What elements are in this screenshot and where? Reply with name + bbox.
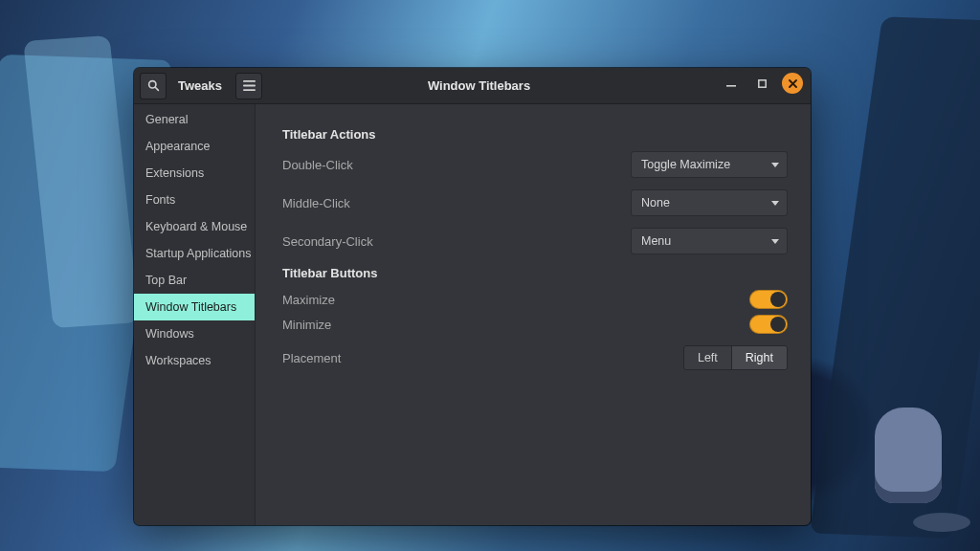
switch-knob: [770, 292, 786, 307]
search-button[interactable]: [140, 73, 167, 99]
window-body: General Appearance Extensions Fonts Keyb…: [134, 104, 811, 525]
svg-line-1: [155, 87, 158, 90]
switch-knob: [770, 317, 786, 332]
window-minimize-button[interactable]: [721, 73, 742, 94]
sidebar-item-label: Fonts: [145, 193, 175, 207]
svg-rect-3: [243, 85, 256, 87]
content-pane: Titlebar Actions Double-Click Toggle Max…: [256, 104, 811, 525]
app-title: Tweaks: [167, 78, 235, 93]
svg-rect-6: [758, 79, 765, 86]
titlebar-left: Tweaks: [134, 73, 262, 99]
row-minimize: Minimize: [282, 315, 788, 334]
dropdown-middle-click[interactable]: None: [631, 189, 788, 216]
svg-rect-5: [726, 85, 736, 87]
window-close-button[interactable]: [782, 73, 803, 94]
placement-option-right[interactable]: Right: [731, 346, 787, 369]
maximize-restore-icon: [758, 79, 767, 88]
svg-rect-2: [243, 80, 256, 82]
placement-option-left[interactable]: Left: [684, 346, 731, 369]
sidebar-item-label: Windows: [145, 327, 194, 341]
sidebar-item-windows[interactable]: Windows: [134, 320, 255, 347]
dropdown-secondary-click[interactable]: Menu: [631, 228, 788, 254]
sidebar-item-label: Workspaces: [145, 354, 212, 367]
row-placement: Placement Left Right: [282, 345, 788, 370]
sidebar-item-general[interactable]: General: [134, 106, 255, 133]
sidebar-item-label: Top Bar: [145, 274, 187, 287]
row-maximize: Maximize: [282, 290, 788, 309]
sidebar-item-top-bar[interactable]: Top Bar: [134, 267, 255, 294]
svg-rect-4: [243, 89, 256, 91]
row-middle-click: Middle-Click None: [282, 189, 788, 216]
row-secondary-click: Secondary-Click Menu: [282, 228, 788, 254]
switch-maximize[interactable]: [749, 290, 788, 309]
wallpaper-robot: [875, 408, 942, 503]
row-label: Minimize: [282, 318, 331, 332]
sidebar-item-label: General: [145, 113, 188, 126]
dropdown-double-click[interactable]: Toggle Maximize: [631, 151, 788, 178]
sidebar-item-label: Startup Applications: [145, 247, 252, 260]
section-title-actions: Titlebar Actions: [282, 127, 788, 142]
dropdown-value: Toggle Maximize: [641, 158, 730, 171]
chevron-down-icon: [771, 163, 779, 167]
sidebar-item-label: Keyboard & Mouse: [145, 220, 247, 233]
window-controls: [721, 73, 803, 94]
sidebar-item-window-titlebars[interactable]: Window Titlebars: [134, 294, 255, 320]
row-label: Double-Click: [282, 158, 353, 172]
row-label: Maximize: [282, 293, 335, 307]
window-maximize-button[interactable]: [751, 73, 772, 94]
sidebar: General Appearance Extensions Fonts Keyb…: [134, 104, 256, 525]
switch-minimize[interactable]: [749, 315, 788, 334]
titlebar: Tweaks Window Titlebars: [134, 68, 811, 104]
minimize-icon: [726, 78, 736, 88]
close-icon: [789, 79, 797, 88]
section-title-buttons: Titlebar Buttons: [282, 266, 788, 280]
sidebar-item-workspaces[interactable]: Workspaces: [134, 347, 255, 374]
row-double-click: Double-Click Toggle Maximize: [282, 151, 788, 178]
dropdown-value: Menu: [641, 234, 671, 248]
sidebar-item-keyboard-mouse[interactable]: Keyboard & Mouse: [134, 213, 255, 240]
row-label: Secondary-Click: [282, 234, 373, 249]
search-icon: [147, 79, 160, 92]
tweaks-window: Tweaks Window Titlebars General Appeara: [134, 68, 811, 525]
sidebar-item-label: Window Titlebars: [145, 300, 236, 314]
chevron-down-icon: [771, 239, 779, 244]
sidebar-item-startup-applications[interactable]: Startup Applications: [134, 240, 255, 267]
row-label: Placement: [282, 351, 341, 365]
sidebar-item-label: Appearance: [145, 140, 210, 153]
sidebar-item-fonts[interactable]: Fonts: [134, 187, 255, 213]
hamburger-icon: [243, 80, 256, 91]
sidebar-item-label: Extensions: [145, 166, 204, 180]
chevron-down-icon: [771, 201, 779, 206]
sidebar-item-appearance[interactable]: Appearance: [134, 133, 255, 160]
row-label: Middle-Click: [282, 196, 350, 210]
dropdown-value: None: [641, 196, 670, 209]
segmented-placement: Left Right: [683, 345, 788, 370]
hamburger-menu-button[interactable]: [235, 73, 262, 99]
sidebar-item-extensions[interactable]: Extensions: [134, 160, 255, 187]
